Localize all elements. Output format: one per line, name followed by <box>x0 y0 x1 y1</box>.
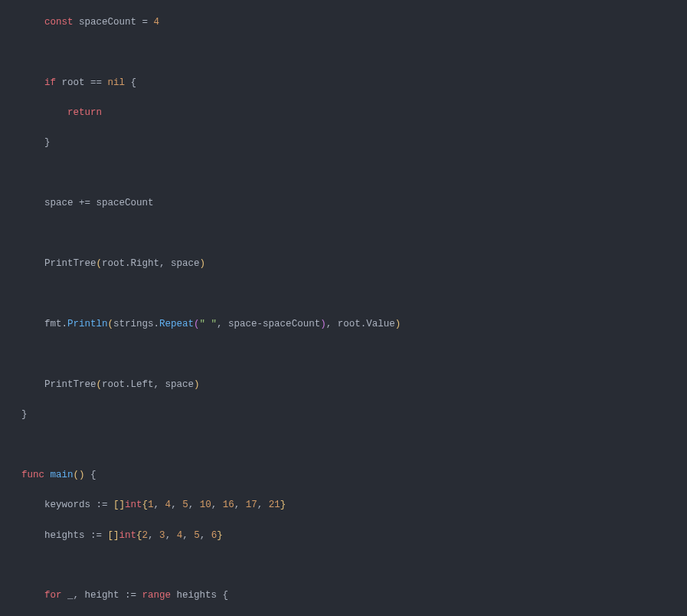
code-line <box>21 559 687 574</box>
code-line: if root == nil { <box>21 76 687 91</box>
code-editor[interactable]: const spaceCount = 4 if root == nil { re… <box>0 0 687 616</box>
code-line: return <box>21 106 687 121</box>
code-line: PrintTree(root.Left, space) <box>21 378 687 393</box>
code-line <box>21 227 687 242</box>
code-line <box>21 166 687 182</box>
code-line: } <box>21 408 687 423</box>
code-line: fmt.Println(strings.Repeat(" ", space-sp… <box>21 317 687 333</box>
code-line: PrintTree(root.Right, space) <box>21 257 687 272</box>
code-line <box>21 287 687 302</box>
code-line: } <box>21 136 687 151</box>
code-line <box>21 45 687 61</box>
code-line: func main() { <box>21 468 687 483</box>
code-line <box>21 437 687 453</box>
code-line: heights := []int{2, 3, 4, 5, 6} <box>21 529 687 544</box>
code-line: for _, height := range heights { <box>21 588 687 604</box>
code-line: const spaceCount = 4 <box>21 15 687 31</box>
code-line: space += spaceCount <box>21 196 687 211</box>
code-line: keywords := []int{1, 4, 5, 10, 16, 17, 2… <box>21 498 687 513</box>
code-line <box>21 347 687 362</box>
